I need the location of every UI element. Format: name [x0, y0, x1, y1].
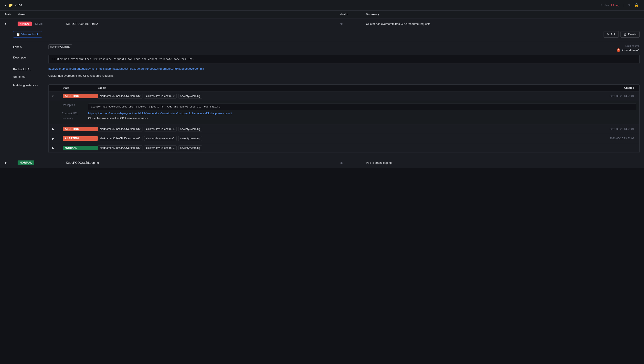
inst1-label-cluster: cluster=dev-us-central-0 [144, 94, 176, 98]
instance-4-created: - [592, 146, 636, 150]
summary-detail-value: Cluster has overcommitted CPU resource r… [48, 74, 640, 78]
inst4-label-cluster: cluster=dev-us-central-3 [144, 146, 176, 150]
rule-2-state-cell: Normal [18, 160, 66, 165]
inst4-label-alertname: alertname=KubeCPUOvercommit2 [98, 146, 142, 150]
rule-row-1: ▾ Firing for 2m KubeCPUOvercommit2 ok Cl… [0, 18, 644, 158]
rule-1-state-badge: Firing [18, 22, 32, 26]
rule-1-for-duration: for 2m [35, 22, 43, 25]
inst1-runbook-link[interactable]: https://github.com/grafana/deployment_to… [88, 112, 636, 115]
description-label: Description [13, 55, 48, 64]
inst1-label-alertname: alertname=KubeCPUOvercommit2 [98, 94, 142, 98]
inst3-label-cluster: cluster=dev-us-central-2 [144, 136, 176, 141]
instance-1-details: Description Cluster has overcommitted CP… [48, 101, 640, 124]
main-content: State Name Health Summary ▾ Firing for 2… [0, 10, 644, 168]
col-header-name: Name [18, 13, 66, 16]
data-source-label: Data source [625, 44, 640, 48]
instance-1-header[interactable]: ▾ Alerting alertname=KubeCPUOvercommit2 … [48, 92, 640, 101]
inst1-runbook-label: Runbook URL [62, 112, 88, 115]
rule-1-expand-btn[interactable]: ▾ [4, 22, 18, 26]
instance-1-created: 2021-05-25 13:51:04 [592, 94, 636, 98]
instances-header: State Labels Created [48, 85, 640, 92]
edit-delete-group: ✎ Edit 🗑 Delete [604, 31, 640, 38]
label-tag-severity: severity=warning [48, 44, 72, 49]
data-source-section: Data source P Prometheus-1 [617, 44, 640, 52]
edit-rule-button[interactable]: ✎ Edit [604, 31, 619, 38]
col-header-state: State [4, 13, 18, 16]
firing-count: 1 firing [610, 4, 619, 7]
inst1-desc-box: Cluster has overcommitted CPU resource r… [88, 104, 636, 110]
edit-folder-button[interactable]: ✎ [627, 2, 632, 8]
lock-folder-button[interactable]: 🔒 [634, 2, 640, 8]
runbook-url-value: https://github.com/grafana/deployment_to… [48, 67, 640, 71]
inst1-label-severity: severity=warning [178, 94, 202, 98]
instance-3-header[interactable]: ▶ Alerting alertname=KubeCPUOvercommit2 … [48, 134, 640, 143]
instance-4-header[interactable]: ▶ Normal alertname=KubeCPUOvercommit2 cl… [48, 143, 640, 152]
labels-value-row: severity=warning Data source P Prometheu… [48, 44, 640, 52]
inst-col-state: State [63, 86, 98, 90]
rule-1-health: ok [340, 22, 366, 26]
labels-label: Labels [13, 44, 48, 52]
instances-table: State Labels Created ▾ Alerting alertnam… [48, 84, 640, 153]
edit-icon: ✎ [607, 33, 609, 36]
instance-row-2: ▶ Alerting alertname=KubeCPUOvercommit2 … [48, 124, 640, 134]
runbook-url-label: Runbook URL [13, 67, 48, 71]
inst4-label-severity: severity=warning [178, 146, 202, 150]
rule-2-summary: Pod is crash looping. [366, 161, 640, 164]
inst1-desc-row: Description Cluster has overcommitted CP… [62, 104, 636, 110]
folder-icon: 📁 [8, 3, 13, 7]
rule-1-header[interactable]: ▾ Firing for 2m KubeCPUOvercommit2 ok Cl… [0, 18, 644, 29]
instance-3-state-badge: Alerting [63, 136, 98, 141]
labels-tags: severity=warning [48, 44, 612, 49]
col-header-empty [66, 13, 340, 16]
instance-1-labels: alertname=KubeCPUOvercommit2 cluster=dev… [98, 94, 592, 98]
instance-3-expand-btn[interactable]: ▶ [52, 136, 63, 141]
matching-instances-label: Matching instances [13, 81, 48, 153]
instance-2-state-badge: Alerting [63, 127, 98, 131]
inst3-label-alertname: alertname=KubeCPUOvercommit2 [98, 136, 142, 141]
inst-col-created: Created [592, 86, 636, 90]
instances-container: State Labels Created ▾ Alerting alertnam… [48, 81, 640, 153]
description-box: Cluster has overcommitted CPU resource r… [48, 55, 640, 64]
top-bar: ▾ 📁 kube 2 rules: 1 firing | ✎ 🔒 [0, 0, 644, 10]
inst3-label-severity: severity=warning [178, 136, 202, 141]
top-bar-divider: | [623, 4, 624, 7]
instance-1-expand-btn[interactable]: ▾ [52, 94, 63, 98]
rule-2-expand-btn[interactable]: ▶ [4, 160, 18, 165]
view-runbook-button[interactable]: 📋 View runbook [13, 31, 42, 38]
inst1-runbook-row: Runbook URL https://github.com/grafana/d… [62, 112, 636, 115]
summary-detail-label: Summary [13, 74, 48, 78]
prometheus-icon: P [617, 48, 620, 52]
inst-col-labels: Labels [98, 86, 592, 90]
rule-2-health: ok [340, 161, 366, 164]
inst2-label-severity: severity=warning [178, 126, 202, 132]
description-value: Cluster has overcommitted CPU resource r… [48, 55, 640, 64]
instance-2-created: 2021-05-25 13:51:04 [592, 128, 636, 130]
inst2-label-alertname: alertname=KubeCPUOvercommit2 [98, 126, 142, 132]
folder-chevron[interactable]: ▾ [4, 3, 7, 8]
instance-row-3: ▶ Alerting alertname=KubeCPUOvercommit2 … [48, 134, 640, 143]
instance-4-expand-btn[interactable]: ▶ [52, 146, 63, 150]
data-source-value: P Prometheus-1 [617, 48, 640, 52]
rule-2-header[interactable]: ▶ Normal KubePODCrashLooping ok Pod is c… [0, 158, 644, 168]
rule-1-name: KubeCPUOvercommit2 [66, 22, 340, 26]
instance-2-header[interactable]: ▶ Alerting alertname=KubeCPUOvercommit2 … [48, 124, 640, 134]
instance-1-state-badge: Alerting [63, 94, 98, 98]
delete-rule-button[interactable]: 🗑 Delete [620, 31, 640, 38]
rules-count: 2 rules: 1 firing [600, 4, 619, 7]
instance-2-labels: alertname=KubeCPUOvercommit2 cluster=dev… [98, 126, 592, 132]
rule-1-state-cell: Firing for 2m [18, 22, 66, 26]
rule-1-summary: Cluster has overcommitted CPU resource r… [366, 22, 640, 26]
inst2-label-cluster: cluster=dev-us-central-4 [144, 126, 176, 132]
rule-1-details: 📋 View runbook ✎ Edit 🗑 Delete [0, 29, 644, 157]
rule-row-2: ▶ Normal KubePODCrashLooping ok Pod is c… [0, 158, 644, 168]
rule-1-actions: 📋 View runbook ✎ Edit 🗑 Delete [13, 29, 640, 41]
folder-title: kube [15, 3, 599, 7]
instance-3-labels: alertname=KubeCPUOvercommit2 cluster=dev… [98, 136, 592, 141]
inst1-desc-label: Description [62, 104, 88, 110]
runbook-url-link[interactable]: https://github.com/grafana/deployment_to… [48, 67, 204, 70]
col-header-health: Health [340, 13, 366, 16]
instance-row-1: ▾ Alerting alertname=KubeCPUOvercommit2 … [48, 92, 640, 124]
inst-col-expand [52, 86, 63, 90]
inst1-summary-row: Summary Cluster has overcommitted CPU re… [62, 117, 636, 120]
instance-2-expand-btn[interactable]: ▶ [52, 127, 63, 131]
